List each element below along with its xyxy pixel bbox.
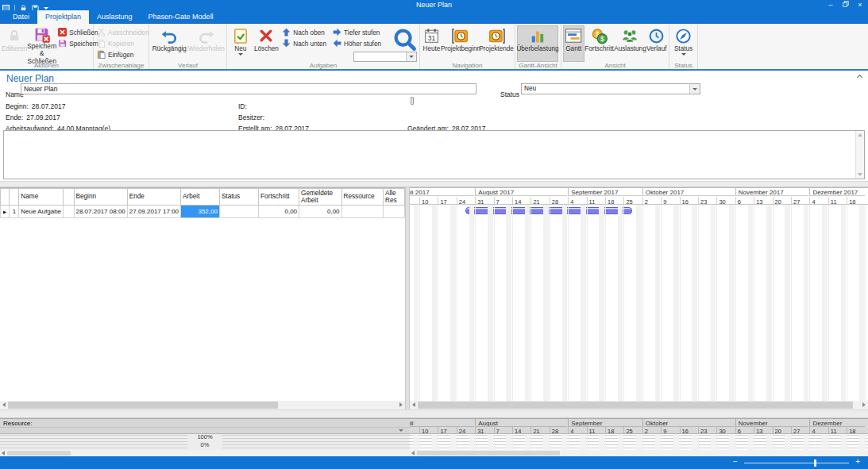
description-textarea[interactable] xyxy=(3,130,865,179)
grid-cell[interactable]: 0,00 xyxy=(299,206,341,218)
grid-hscroll-thumb[interactable] xyxy=(8,402,278,409)
weekend-stripe xyxy=(729,434,735,450)
nach-oben-button[interactable]: Nach oben xyxy=(280,28,326,37)
ribbon-group-navigation: 31 Heute Projektbeginn Projektende Navig… xyxy=(420,24,515,69)
grid-column-header[interactable] xyxy=(10,189,19,206)
week-column xyxy=(530,434,548,450)
weekend-stripe xyxy=(729,205,735,401)
status-button[interactable]: Status xyxy=(671,25,696,62)
resource-hscrollbar-left[interactable] xyxy=(0,450,405,456)
button-label: Gantt xyxy=(565,45,581,52)
collapse-panel-chevron-icon[interactable] xyxy=(857,74,863,80)
week-column xyxy=(698,434,716,450)
group-label-zwischenablage: Zwischenablage xyxy=(94,62,149,69)
window-restore-button[interactable] xyxy=(839,0,853,10)
timeline-week-cell: 18 xyxy=(847,197,864,205)
ribbon: Editieren Speichern & Schließen Schließe… xyxy=(0,24,868,71)
grid-column-header[interactable]: Beginn xyxy=(74,189,127,206)
week-column xyxy=(828,205,846,401)
button-label: Editieren xyxy=(2,45,27,52)
save-icon xyxy=(58,39,67,49)
gantt-button[interactable]: Gantt xyxy=(563,25,584,62)
fortschritt-button[interactable]: $$ Fortschritt xyxy=(584,25,615,62)
einfuegen-button[interactable]: Einfügen xyxy=(95,50,149,60)
grid-cell[interactable]: 1 xyxy=(10,206,19,218)
grid-cell[interactable] xyxy=(64,206,74,218)
grid-cell[interactable]: Neue Aufgabe xyxy=(19,206,64,218)
window-minimize-button[interactable]: – xyxy=(824,0,838,10)
grid-column-header[interactable] xyxy=(1,189,10,206)
timeline-week-cell: 17 xyxy=(438,427,455,434)
tab-projektplan[interactable]: Projektplan xyxy=(37,10,89,24)
button-label: Status xyxy=(674,45,692,52)
task-filter-combobox[interactable] xyxy=(353,52,417,62)
week-column xyxy=(716,205,734,401)
auslastung-button[interactable]: Auslastung xyxy=(614,25,646,62)
loeschen-button[interactable]: Löschen xyxy=(253,25,281,62)
description-scrollbar[interactable] xyxy=(855,131,864,179)
grid-cell[interactable] xyxy=(384,206,405,218)
window-close-button[interactable]: × xyxy=(853,0,867,10)
status-combobox[interactable]: Neu xyxy=(521,83,700,94)
week-column xyxy=(438,434,455,450)
heute-button[interactable]: 31 Heute xyxy=(422,25,442,62)
neu-button[interactable]: Neu xyxy=(229,25,253,62)
resource-hscroll-thumb[interactable] xyxy=(7,451,71,456)
grid-column-header[interactable]: Ende xyxy=(127,189,180,206)
grid-column-header[interactable]: Ressource xyxy=(341,189,383,206)
grid-cell[interactable]: 27.09.2017 17:00 xyxy=(127,206,180,218)
scroll-up-icon xyxy=(858,133,862,136)
gantt-hscroll-thumb[interactable] xyxy=(418,402,853,409)
combobox-dropdown-button[interactable] xyxy=(689,84,700,94)
grid-column-header[interactable]: Alle Res xyxy=(384,189,405,206)
resource-hscroll-thumb[interactable] xyxy=(417,451,560,456)
projektbeginn-button[interactable]: Projektbeginn xyxy=(442,25,480,62)
speichern-button[interactable]: Speichern xyxy=(56,39,98,48)
gantt-hscrollbar[interactable] xyxy=(410,401,868,409)
grid-cell[interactable]: 0,00 xyxy=(259,206,299,218)
hoeher-stufen-button[interactable]: Höher stufen xyxy=(331,39,381,48)
grid-hscrollbar[interactable] xyxy=(0,401,405,409)
ribbon-group-aufgaben: Neu Löschen Nach oben Nach unten xyxy=(227,24,420,69)
grid-cell[interactable]: 352,00 xyxy=(181,206,220,218)
grid-cell[interactable] xyxy=(341,206,383,218)
grid-cell[interactable]: 28.07.2017 08:00 xyxy=(74,206,127,218)
tab-datei[interactable]: Datei xyxy=(5,10,37,24)
combobox-dropdown-button[interactable] xyxy=(406,52,416,61)
rueckgaengig-button[interactable]: Rückgängig xyxy=(151,25,188,62)
tab-phasen-gate-modell[interactable]: Phasen-Gate Modell xyxy=(141,10,222,24)
nach-unten-button[interactable]: Nach unten xyxy=(280,39,326,48)
verlauf-button[interactable]: Verlauf xyxy=(646,25,667,62)
resource-hscrollbar-right[interactable] xyxy=(405,450,868,456)
grid-column-header[interactable]: Name xyxy=(19,189,64,206)
zoom-in-button[interactable]: + xyxy=(855,457,860,466)
schliessen-button[interactable]: Schließen xyxy=(56,28,98,37)
timeline-week-cell: 31 xyxy=(475,427,492,434)
grid-column-header[interactable]: Status xyxy=(219,189,258,206)
zoom-slider-thumb[interactable] xyxy=(814,459,816,467)
name-input[interactable] xyxy=(21,83,476,94)
tiefer-stufen-button[interactable]: Tiefer stufen xyxy=(331,28,381,37)
ueberbelastung-button[interactable]: Überbelastung xyxy=(517,25,558,62)
arrow-up-icon xyxy=(282,28,291,38)
ribbon-group-ansicht: Gantt $$ Fortschritt Auslastung Verlauf … xyxy=(561,24,669,69)
editieren-button[interactable]: Editieren xyxy=(2,25,27,62)
zoom-slider-track[interactable] xyxy=(744,463,849,463)
grid-column-header[interactable]: Arbeit xyxy=(181,189,220,206)
grid-column-header[interactable]: Gemeldete Arbeit xyxy=(299,189,341,206)
projektende-button[interactable]: Projektende xyxy=(480,25,513,62)
resource-dropdown-icon[interactable] xyxy=(399,429,403,432)
timeline-week-cell: 30 xyxy=(716,197,734,205)
speichern-und-schliessen-button[interactable]: Speichern & Schließen xyxy=(27,25,56,62)
wiederholen-button[interactable]: Wiederholen xyxy=(188,25,226,62)
week-column xyxy=(494,434,511,450)
grid-column-header[interactable]: Fortschritt xyxy=(259,189,299,206)
ausschneiden-button[interactable]: Ausschneiden xyxy=(95,28,149,37)
kopieren-button[interactable]: Kopieren xyxy=(95,39,149,48)
zoom-out-button[interactable]: − xyxy=(733,457,738,466)
horizontal-splitter-bottom[interactable] xyxy=(0,409,868,418)
grid-cell[interactable] xyxy=(219,206,258,218)
grid-column-header[interactable] xyxy=(64,189,74,206)
tab-auslastung[interactable]: Auslastung xyxy=(89,10,141,24)
horizontal-splitter-top[interactable] xyxy=(0,181,868,187)
